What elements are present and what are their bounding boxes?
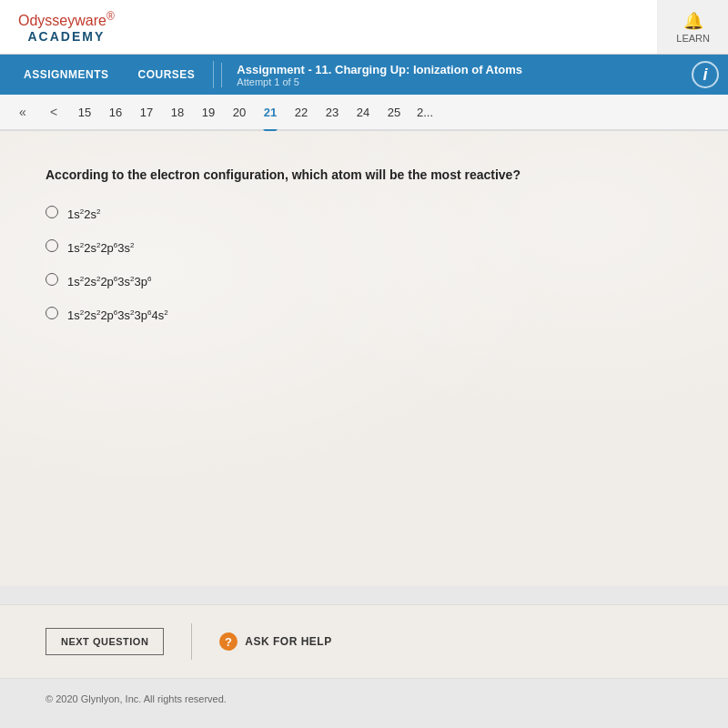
info-icon-button[interactable]: i	[692, 61, 719, 88]
page-24[interactable]: 24	[349, 98, 377, 126]
assignment-label-text: Assignment	[237, 63, 304, 76]
footer: © 2020 Glynlyon, Inc. All rights reserve…	[0, 678, 728, 719]
logo-academy-text: ACADEMY	[18, 29, 115, 44]
learn-icon: 🔔	[683, 11, 703, 31]
courses-tab[interactable]: COURSES	[124, 57, 210, 92]
header-nav: 🔔 LEARN	[657, 0, 728, 54]
radio-b[interactable]	[46, 239, 58, 252]
page-23[interactable]: 23	[318, 98, 346, 126]
radio-d[interactable]	[46, 307, 58, 319]
logo-odyssey-text: Odysseyware	[18, 13, 106, 28]
radio-a[interactable]	[46, 206, 58, 218]
answer-text-a: 1s22s2	[67, 207, 100, 221]
assignment-attempt: Attempt 1 of 5	[237, 76, 522, 87]
header: Odysseyware® ACADEMY 🔔 LEARN	[0, 0, 728, 55]
logo-area: Odysseyware® ACADEMY	[0, 0, 200, 54]
page-15[interactable]: 15	[71, 98, 98, 126]
logo-block: Odysseyware® ACADEMY	[18, 10, 115, 44]
ask-for-help-button[interactable]: ? ASK FOR HELP	[219, 632, 331, 651]
action-divider	[191, 623, 192, 660]
option-d[interactable]: 1s22s22p63s23p64s2	[46, 305, 682, 322]
page-17[interactable]: 17	[133, 98, 160, 126]
question-text: According to the electron configuration,…	[46, 167, 682, 182]
logo-top: Odysseyware®	[18, 10, 115, 29]
assignment-title-text: - 11. Charging Up: Ionization of Atoms	[308, 63, 522, 76]
page-19[interactable]: 19	[195, 98, 222, 126]
learn-label: LEARN	[676, 33, 710, 44]
copyright-text: © 2020 Glynlyon, Inc. All rights reserve…	[46, 693, 227, 704]
assignment-title: Assignment - 11. Charging Up: Ionization…	[237, 63, 522, 76]
prev-page-button[interactable]: <	[40, 98, 67, 126]
main-content: According to the electron configuration,…	[0, 131, 728, 586]
assignment-info: Assignment - 11. Charging Up: Ionization…	[221, 63, 537, 87]
ask-help-icon: ?	[219, 632, 238, 651]
answer-text-c: 1s22s22p63s23p6	[67, 275, 151, 288]
page-25[interactable]: 25	[380, 98, 408, 126]
option-c[interactable]: 1s22s22p63s23p6	[46, 271, 682, 288]
logo-registered: ®	[106, 10, 115, 23]
ask-help-label: ASK FOR HELP	[245, 635, 331, 648]
option-b[interactable]: 1s22s22p63s2	[46, 238, 682, 255]
first-page-button[interactable]: «	[9, 98, 36, 126]
page-16[interactable]: 16	[102, 98, 129, 126]
next-question-button[interactable]: NEXT QUESTION	[46, 628, 164, 655]
page-21-active[interactable]: 21	[257, 98, 284, 126]
answer-text-b: 1s22s22p63s2	[67, 241, 134, 255]
learn-nav-item[interactable]: 🔔 LEARN	[657, 0, 728, 54]
page-22[interactable]: 22	[288, 98, 315, 126]
radio-c[interactable]	[46, 273, 58, 286]
answer-options: 1s22s2 1s22s22p63s2 1s22s22p63s23p6 1s22…	[46, 204, 682, 322]
nav-separator	[213, 61, 214, 88]
action-bar: NEXT QUESTION ? ASK FOR HELP	[0, 604, 728, 678]
nav-bar: ASSIGNMENTS COURSES Assignment - 11. Cha…	[0, 55, 728, 95]
page-more[interactable]: 2...	[411, 98, 439, 126]
page-20[interactable]: 20	[226, 98, 253, 126]
answer-text-d: 1s22s22p63s23p64s2	[67, 308, 168, 322]
page-18[interactable]: 18	[164, 98, 191, 126]
option-a[interactable]: 1s22s2	[46, 204, 682, 221]
nav-bar-left: ASSIGNMENTS COURSES	[9, 57, 209, 92]
assignments-tab[interactable]: ASSIGNMENTS	[9, 57, 124, 92]
pagination-bar: « < 15 16 17 18 19 20 21 22 23 24 25 2..…	[0, 95, 728, 131]
